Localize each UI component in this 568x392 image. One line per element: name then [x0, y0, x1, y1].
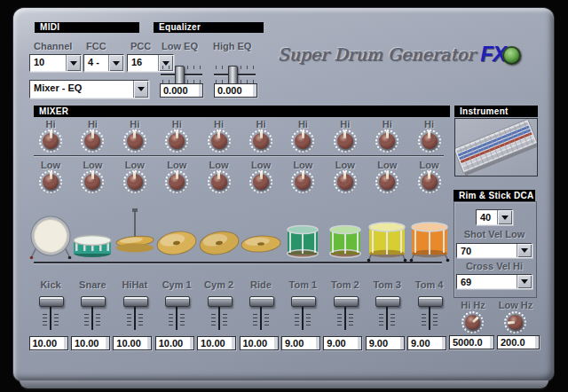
- volume-fader[interactable]: [162, 294, 192, 333]
- channel-volume-value[interactable]: 9.00: [407, 336, 446, 350]
- volume-fader[interactable]: [414, 294, 445, 333]
- channel-volume-value[interactable]: 10.00: [71, 336, 110, 350]
- power-led-icon: [502, 46, 521, 65]
- channel-label: Tom 4: [415, 279, 444, 290]
- volume-fader[interactable]: [246, 294, 276, 333]
- volume-fader[interactable]: [77, 294, 107, 333]
- low-eq-knob[interactable]: [249, 170, 272, 193]
- channel-label: Tom 3: [373, 279, 401, 290]
- low-knob-label: Low: [293, 160, 312, 170]
- channel-label: Tom 1: [289, 279, 318, 290]
- tom-drum-icon: [324, 204, 367, 263]
- fader-cap[interactable]: [165, 296, 190, 307]
- fader-cap[interactable]: [39, 296, 64, 307]
- channel-volume-value[interactable]: 9.00: [366, 336, 405, 350]
- mixer-channel-column: HiLowCym 210.00: [198, 0, 240, 392]
- mixer-channel-column: HiLowTom 19.00: [282, 0, 324, 392]
- chevron-down-icon[interactable]: [517, 275, 532, 288]
- low-eq-knob[interactable]: [123, 170, 146, 193]
- channel-volume-value[interactable]: 9.00: [323, 336, 362, 350]
- low-eq-knob[interactable]: [334, 170, 357, 193]
- fader-cap[interactable]: [208, 296, 233, 307]
- low-eq-knob[interactable]: [208, 170, 231, 193]
- low-eq-knob[interactable]: [39, 170, 62, 193]
- shot-vel-low-select[interactable]: 70: [456, 243, 532, 258]
- volume-fader[interactable]: [288, 294, 318, 333]
- mixer-channel-column: HiLowTom 39.00: [367, 0, 408, 392]
- low-eq-knob[interactable]: [418, 170, 441, 193]
- plugin-window: MIDI Channel FCC PCC 10 4 - 16 Mixer - E…: [0, 0, 568, 392]
- shot-vel-low-label: Shot Vel Low: [464, 229, 525, 239]
- chevron-down-icon[interactable]: [497, 210, 512, 224]
- low-hz-value[interactable]: 200.0: [497, 335, 540, 349]
- fader-cap[interactable]: [123, 296, 148, 307]
- hi-eq-knob[interactable]: [39, 129, 62, 153]
- ride-cymbal-icon: [240, 204, 282, 263]
- fader-cap[interactable]: [334, 296, 359, 307]
- volume-fader[interactable]: [120, 294, 150, 333]
- channel-volume-value[interactable]: 10.00: [197, 336, 236, 350]
- volume-fader[interactable]: [204, 294, 234, 333]
- low-knob-label: Low: [420, 160, 439, 170]
- rim-stick-dca-select[interactable]: 40: [476, 209, 513, 225]
- low-knob-label: Low: [125, 160, 145, 170]
- fader-cap[interactable]: [291, 296, 316, 307]
- volume-fader[interactable]: [372, 294, 402, 333]
- hi-eq-knob[interactable]: [291, 129, 314, 153]
- hi-eq-knob[interactable]: [249, 129, 272, 153]
- channel-volume-value[interactable]: 10.00: [240, 336, 279, 350]
- channel-label: Tom 2: [331, 279, 359, 290]
- fader-cap[interactable]: [249, 296, 274, 307]
- channel-volume-value[interactable]: 9.00: [281, 336, 320, 350]
- channel-volume-value[interactable]: 10.00: [113, 336, 152, 350]
- hi-eq-knob[interactable]: [81, 129, 104, 153]
- instrument-section-header: Instrument: [454, 106, 538, 117]
- hihat-cymbal-icon: [114, 204, 156, 263]
- low-eq-knob[interactable]: [81, 170, 104, 193]
- hi-knob-label: Hi: [88, 119, 98, 129]
- hi-eq-knob[interactable]: [165, 129, 188, 153]
- low-eq-knob[interactable]: [291, 170, 314, 193]
- hi-knob-label: Hi: [46, 119, 56, 129]
- hi-eq-knob[interactable]: [375, 129, 398, 153]
- low-knob-label: Low: [377, 160, 397, 170]
- hi-eq-knob[interactable]: [208, 129, 231, 153]
- channel-label: Snare: [79, 279, 106, 290]
- fader-cap[interactable]: [418, 296, 443, 307]
- low-eq-knob[interactable]: [375, 170, 398, 193]
- hi-eq-knob[interactable]: [334, 129, 357, 153]
- rim-stick-dca-header: Rim & Stick DCA: [454, 190, 535, 201]
- low-knob-label: Low: [83, 160, 102, 170]
- fader-cap[interactable]: [81, 296, 106, 307]
- cross-vel-hi-select[interactable]: 69: [456, 274, 532, 289]
- channel-label: Ride: [250, 279, 272, 290]
- mixer-channel-column: HiLowKick10.00: [30, 0, 72, 392]
- hi-knob-label: Hi: [424, 119, 434, 129]
- volume-fader[interactable]: [330, 294, 360, 333]
- volume-fader[interactable]: [36, 294, 66, 333]
- low-knob-label: Low: [335, 160, 355, 170]
- floor-tom-drum-icon: [366, 204, 408, 263]
- cross-vel-hi-label: Cross Vel Hi: [466, 261, 523, 271]
- hi-knob-label: Hi: [256, 119, 266, 129]
- hi-hz-knob[interactable]: [462, 311, 484, 333]
- snare-drum-icon: [71, 204, 114, 263]
- kick-drum-icon: [29, 204, 72, 263]
- mixer-channel-column: HiLowRide10.00: [241, 0, 282, 392]
- low-hz-knob[interactable]: [504, 311, 526, 333]
- channel-volume-value[interactable]: 10.00: [155, 336, 194, 350]
- low-knob-label: Low: [167, 160, 186, 170]
- chevron-down-icon[interactable]: [517, 244, 532, 257]
- low-knob-label: Low: [251, 160, 271, 170]
- crash-cymbal-icon: [155, 204, 198, 263]
- hi-knob-label: Hi: [298, 119, 308, 129]
- channel-volume-value[interactable]: 10.00: [29, 336, 68, 350]
- fader-cap[interactable]: [375, 296, 400, 307]
- mixer-channel-column: HiLowHiHat10.00: [114, 0, 155, 392]
- mixer-channel-column: HiLowTom 49.00: [408, 0, 450, 392]
- low-eq-knob[interactable]: [165, 170, 188, 193]
- hi-eq-knob[interactable]: [123, 129, 146, 153]
- hi-hz-value[interactable]: 5000.0: [449, 335, 494, 349]
- hi-eq-knob[interactable]: [418, 129, 441, 153]
- channel-label: HiHat: [122, 279, 147, 290]
